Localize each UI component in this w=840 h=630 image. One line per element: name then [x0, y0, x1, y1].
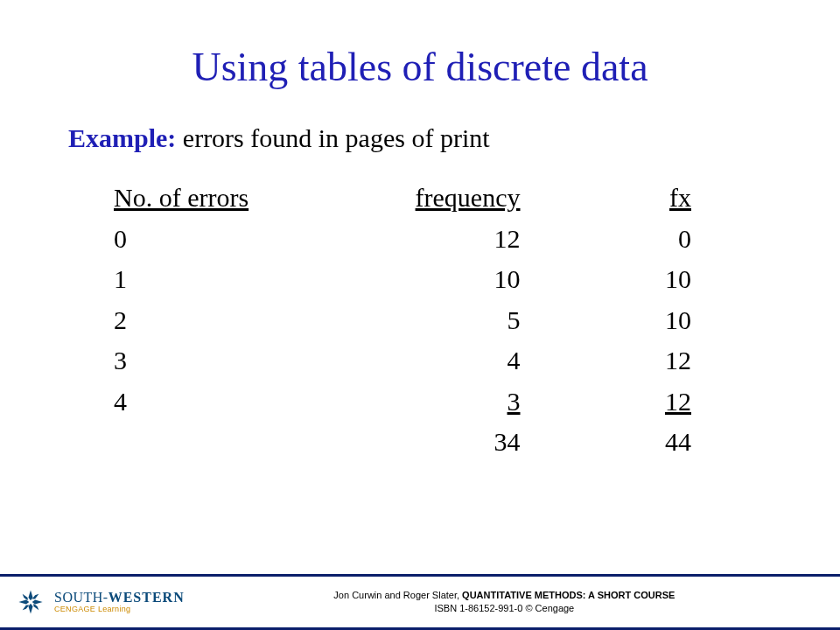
cell-frequency: 10: [351, 259, 573, 300]
cell-frequency: 4: [351, 340, 573, 382]
example-label: Example:: [68, 123, 176, 152]
star-icon: [16, 587, 46, 617]
table-total-row: 34 44: [114, 422, 726, 463]
credit-isbn: ISBN 1-86152-991-0 © Cengage: [185, 602, 824, 615]
example-line: Example: errors found in pages of print: [61, 123, 779, 153]
table-row: 2 5 10: [114, 300, 726, 341]
cell-errors: 2: [114, 300, 351, 341]
svg-marker-4: [32, 594, 39, 599]
credit-title: QUANTITATIVE METHODS: A SHORT COURSE: [462, 590, 675, 600]
table-row: 4 3 12: [114, 382, 726, 423]
brand-sub: CENGAGE Learning: [54, 606, 185, 613]
slide-title: Using tables of discrete data: [61, 44, 779, 90]
svg-marker-6: [23, 605, 30, 610]
cell-frequency: 3: [351, 382, 573, 423]
table-row: 0 12 0: [114, 219, 726, 260]
table-row: 3 4 12: [114, 340, 726, 382]
cell-fx: 0: [573, 219, 726, 260]
footer: SOUTH-WESTERN CENGAGE Learning Jon Curwi…: [0, 574, 840, 630]
cell-frequency: 12: [351, 219, 573, 260]
svg-marker-5: [33, 604, 38, 611]
header-frequency: frequency: [351, 178, 573, 219]
header-errors: No. of errors: [114, 178, 351, 219]
publisher-logo: SOUTH-WESTERN CENGAGE Learning: [16, 587, 185, 617]
cell-empty: [114, 422, 351, 463]
cell-fx: 12: [573, 382, 726, 423]
total-fx: 44: [573, 422, 726, 463]
table-row: 1 10 10: [114, 259, 726, 300]
svg-marker-7: [23, 594, 28, 601]
credit-authors: Jon Curwin and Roger Slater,: [333, 590, 462, 600]
cell-errors: 0: [114, 219, 351, 260]
cell-errors: 4: [114, 382, 351, 423]
brand-name: SOUTH-WESTERN: [54, 591, 185, 606]
cell-errors: 1: [114, 259, 351, 300]
cell-fx: 10: [573, 259, 726, 300]
cell-frequency: 5: [351, 300, 573, 341]
total-frequency: 34: [351, 422, 573, 463]
example-desc: errors found in pages of print: [176, 123, 489, 152]
cell-errors: 3: [114, 340, 351, 382]
cell-fx: 12: [573, 340, 726, 382]
header-fx: fx: [573, 178, 726, 219]
table-header-row: No. of errors frequency fx: [114, 178, 726, 219]
cell-fx: 10: [573, 300, 726, 341]
credit-text: Jon Curwin and Roger Slater, QUANTITATIV…: [185, 589, 824, 616]
data-table: No. of errors frequency fx 0 12 0 1 10 1…: [114, 178, 726, 463]
